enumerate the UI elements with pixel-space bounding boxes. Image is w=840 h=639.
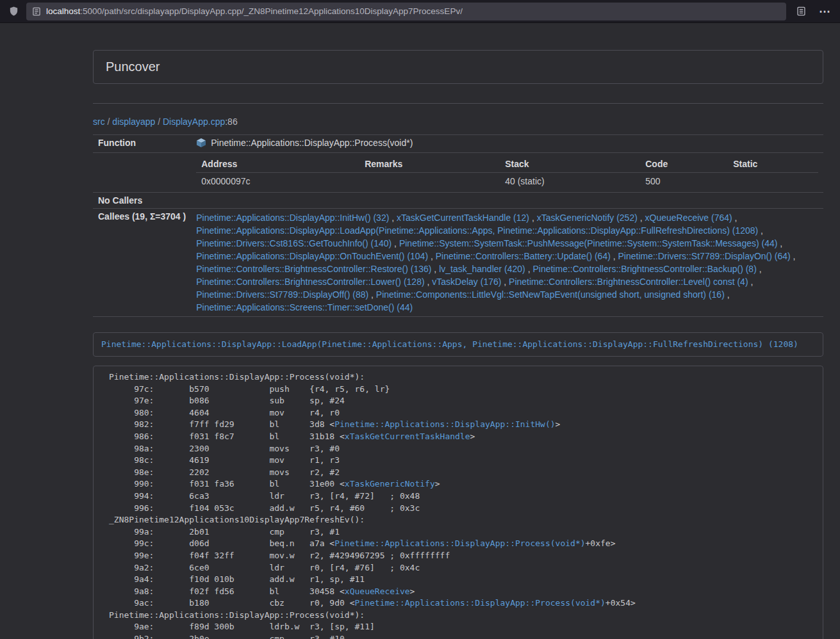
breadcrumb-link[interactable]: DisplayApp.cpp [163,117,225,127]
callees-label: Callees (19, Σ=3704 ) [93,209,191,317]
metrics-header-row: Address Remarks Stack Code Static [196,156,818,173]
no-callers-row: No Callers [93,193,823,209]
callee-link[interactable]: Pinetime::Applications::Screens::Timer::… [196,302,413,312]
column-remarks: Remarks [359,156,500,173]
callee-link[interactable]: Pinetime::System::SystemTask::PushMessag… [399,238,778,248]
symbol-link[interactable]: Pinetime::Applications::DisplayApp::Proc… [334,538,585,548]
static-value [728,173,818,190]
callee-link[interactable]: lv_task_handler (420) [439,264,525,274]
callee-link[interactable]: Pinetime::Applications::DisplayApp::OnTo… [196,251,428,261]
function-name: Pinetime::Applications::DisplayApp::Proc… [211,138,413,148]
callee-link[interactable]: Pinetime::Components::LittleVgl::SetNewT… [376,289,725,300]
source-line-number: :86 [225,117,237,127]
symbol-link[interactable]: Pinetime::Applications::DisplayApp::Init… [334,419,555,429]
breadcrumb-separator: / [105,117,113,127]
callee-link[interactable]: Pinetime::Applications::DisplayApp::Init… [196,213,389,223]
callee-link[interactable]: Pinetime::Controllers::BrightnessControl… [196,277,424,287]
callee-link[interactable]: vTaskDelay (176) [432,277,501,287]
callee-link[interactable]: xQueueReceive (764) [645,213,732,223]
breadcrumb: src / displayapp / DisplayApp.cpp:86 [93,117,823,127]
function-row: Function Pinetime::Applications::Display… [93,135,823,153]
callee-link[interactable]: Pinetime::Applications::DisplayApp::Load… [196,225,758,236]
browser-toolbar: localhost:5000/path/src/displayapp/Displ… [0,0,840,23]
url-text: localhost:5000/path/src/displayapp/Displ… [46,6,463,16]
callee-link[interactable]: Pinetime::Controllers::BrightnessControl… [509,277,748,287]
metrics-values-row: 0x0000097c 40 (static) 500 [196,173,818,190]
column-stack: Stack [500,156,640,173]
disassembly-panel: Pinetime::Applications::DisplayApp::Proc… [93,366,823,639]
remarks-value [359,173,500,190]
symbol-link[interactable]: xQueueReceive [345,586,410,596]
column-address: Address [196,156,359,173]
metrics-table: Address Remarks Stack Code Static 0x0000… [196,156,818,190]
metrics-cell: Address Remarks Stack Code Static 0x0000… [191,153,823,193]
reader-view-icon[interactable] [792,3,810,20]
url-host: localhost [46,6,80,16]
callee-link[interactable]: Pinetime::Drivers::St7789::DisplayOff() … [196,289,368,300]
empty-label-cell [93,153,191,193]
code-value: 500 [640,173,728,190]
more-menu-icon[interactable]: ⋯ [816,3,834,20]
callees-row: Callees (19, Σ=3704 ) Pinetime::Applicat… [93,209,823,317]
code-header-link[interactable]: Pinetime::Applications::DisplayApp::Load… [101,339,798,349]
code-section-header: Pinetime::Applications::DisplayApp::Load… [93,332,823,357]
address-value: 0x0000097c [196,173,359,190]
column-code: Code [640,156,728,173]
breadcrumb-link[interactable]: src [93,117,105,127]
breadcrumb-link[interactable]: displayapp [112,117,155,127]
divider [93,103,823,104]
callees-list: Pinetime::Applications::DisplayApp::Init… [191,209,823,317]
metrics-row: Address Remarks Stack Code Static 0x0000… [93,153,823,193]
function-name-cell: Pinetime::Applications::DisplayApp::Proc… [191,135,823,153]
callee-link[interactable]: xTaskGetCurrentTaskHandle (12) [397,213,529,223]
no-callers-cell [191,193,823,209]
column-static: Static [728,156,818,173]
symbol-table: Function Pinetime::Applications::Display… [93,134,823,317]
callee-link[interactable]: Pinetime::Controllers::Battery::Update()… [436,251,611,261]
symbol-link[interactable]: Pinetime::Applications::DisplayApp::Proc… [355,598,605,608]
stack-value: 40 (static) [500,173,640,190]
callee-link[interactable]: Pinetime::Controllers::BrightnessControl… [532,264,756,274]
app-title: Puncover [106,60,811,74]
no-callers-label: No Callers [93,193,191,209]
assembly-code: Pinetime::Applications::DisplayApp::Proc… [109,371,807,639]
callee-link[interactable]: Pinetime::Drivers::Cst816S::GetTouchInfo… [196,238,391,248]
main-content: Puncover src / displayapp / DisplayApp.c… [93,50,823,639]
callee-link[interactable]: Pinetime::Controllers::BrightnessControl… [196,264,431,274]
function-label: Function [93,135,191,153]
url-path: :5000/path/src/displayapp/DisplayApp.cpp… [80,6,463,16]
page-info-icon[interactable] [32,7,41,16]
callee-link[interactable]: xTaskGenericNotify (252) [537,213,638,223]
symbol-link[interactable]: xTaskGetCurrentTaskHandle [345,432,470,441]
tracking-shield-icon[interactable] [6,4,21,19]
symbol-link[interactable]: xTaskGenericNotify [345,479,435,489]
breadcrumb-separator: / [155,117,163,127]
url-bar[interactable]: localhost:5000/path/src/displayapp/Displ… [26,3,786,20]
function-type-icon [196,138,206,150]
app-header-panel: Puncover [93,50,823,84]
callee-link[interactable]: Pinetime::Drivers::St7789::DisplayOn() (… [618,251,791,261]
